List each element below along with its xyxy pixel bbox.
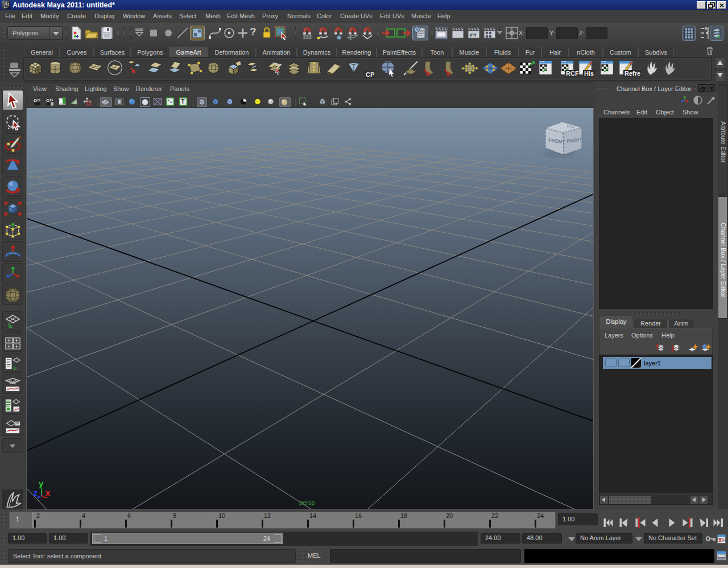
svg-text:T: T [181, 98, 185, 105]
svg-text:IPR: IPR [470, 33, 477, 37]
svg-text:y: y [39, 480, 44, 489]
svg-text:x: x [46, 489, 51, 498]
svg-text:z: z [33, 489, 38, 498]
